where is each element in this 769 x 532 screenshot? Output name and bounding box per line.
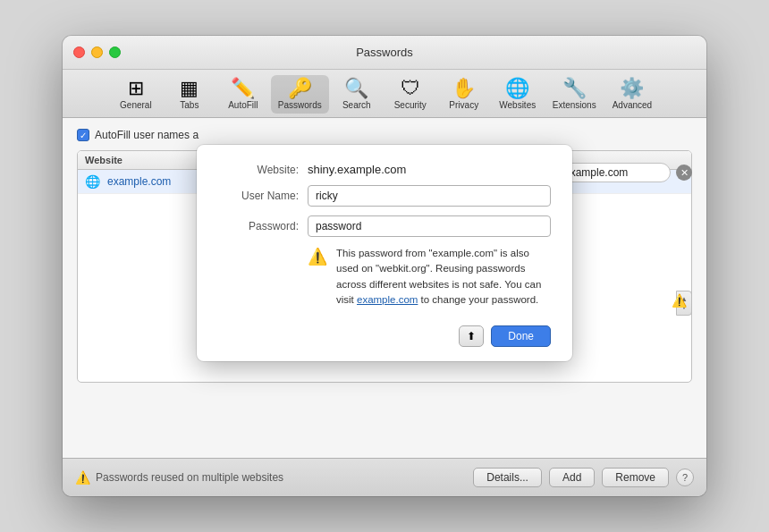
bottom-warning: ⚠️ Passwords reused on multiple websites xyxy=(75,470,466,485)
website-column-header: Website xyxy=(85,155,123,165)
privacy-icon: ✋ xyxy=(452,79,476,98)
privacy-label: Privacy xyxy=(449,100,478,110)
username-row: User Name: xyxy=(218,185,551,207)
search-label: Search xyxy=(342,100,371,110)
toolbar-item-general[interactable]: ⊞ General xyxy=(110,75,162,114)
security-icon: 🛡 xyxy=(401,79,420,98)
toolbar-item-extensions[interactable]: 🔧 Extensions xyxy=(545,75,604,114)
password-input[interactable] xyxy=(308,215,551,237)
row-warning-icon: ⚠️ xyxy=(672,293,687,308)
bottom-bar: ⚠️ Passwords reused on multiple websites… xyxy=(63,458,706,496)
window-title: Passwords xyxy=(356,46,413,59)
tabs-label: Tabs xyxy=(180,100,199,110)
username-input[interactable] xyxy=(308,185,551,207)
warning-message: This password from "example.com" is also… xyxy=(336,246,551,308)
search-icon: 🔍 xyxy=(344,79,368,98)
website-search-field[interactable] xyxy=(564,165,663,181)
toolbar-item-search[interactable]: 🔍 Search xyxy=(331,75,383,114)
maximize-button[interactable] xyxy=(109,46,121,58)
general-icon: ⊞ xyxy=(128,79,144,98)
passwords-icon: 🔑 xyxy=(288,79,312,98)
minimize-button[interactable] xyxy=(91,46,103,58)
details-button[interactable]: Details... xyxy=(473,468,542,487)
content-area: ✓ AutoFill user names a Website 🌐 exampl… xyxy=(63,118,706,458)
share-button[interactable]: ⬆ xyxy=(459,325,484,347)
autofill-text: AutoFill user names a xyxy=(95,129,199,141)
toolbar-item-websites[interactable]: 🌐 Websites xyxy=(492,75,544,114)
general-label: General xyxy=(120,100,152,110)
warning-link[interactable]: example.com xyxy=(357,294,418,305)
websites-icon: 🌐 xyxy=(505,79,529,98)
password-field-label: Password: xyxy=(218,220,308,232)
window-controls xyxy=(73,46,121,58)
password-detail-modal: Website: shiny.example.com User Name: Pa… xyxy=(197,145,572,361)
warning-icon: ⚠️ xyxy=(308,247,327,308)
passwords-label: Passwords xyxy=(278,100,322,110)
autofill-icon: ✏️ xyxy=(231,79,255,98)
close-button[interactable] xyxy=(73,46,85,58)
password-row: Password: xyxy=(218,215,551,237)
site-favicon: 🌐 xyxy=(85,174,100,189)
remove-button[interactable]: Remove xyxy=(602,468,669,487)
extensions-label: Extensions xyxy=(553,100,596,110)
extensions-icon: 🔧 xyxy=(562,79,587,98)
websites-label: Websites xyxy=(499,100,536,110)
share-icon: ⬆ xyxy=(467,330,476,342)
username-field-label: User Name: xyxy=(218,190,308,202)
website-field-value: shiny.example.com xyxy=(308,163,406,176)
toolbar: ⊞ General ▦ Tabs ✏️ AutoFill 🔑 Passwords… xyxy=(63,70,706,118)
security-label: Security xyxy=(394,100,427,110)
website-field-label: Website: xyxy=(218,164,308,176)
toolbar-item-autofill[interactable]: ✏️ AutoFill xyxy=(217,75,269,114)
clear-search-button[interactable]: ✕ xyxy=(676,165,692,181)
website-row: Website: shiny.example.com xyxy=(218,163,551,176)
main-window: Passwords ⊞ General ▦ Tabs ✏️ AutoFill 🔑… xyxy=(63,36,706,496)
toolbar-item-tabs[interactable]: ▦ Tabs xyxy=(164,75,215,114)
bottom-warning-text: Passwords reused on multiple websites xyxy=(96,471,283,484)
toolbar-item-privacy[interactable]: ✋ Privacy xyxy=(438,75,490,114)
done-button[interactable]: Done xyxy=(491,325,551,347)
advanced-icon: ⚙️ xyxy=(620,79,644,98)
toolbar-item-advanced[interactable]: ⚙️ Advanced xyxy=(605,75,659,114)
add-button[interactable]: Add xyxy=(549,468,595,487)
advanced-label: Advanced xyxy=(613,100,652,110)
toolbar-item-passwords[interactable]: 🔑 Passwords xyxy=(271,75,329,114)
autofill-label: AutoFill xyxy=(228,100,258,110)
help-button[interactable]: ? xyxy=(676,469,694,486)
titlebar: Passwords xyxy=(63,36,706,70)
autofill-row: ✓ AutoFill user names a xyxy=(77,129,692,141)
autofill-checkbox[interactable]: ✓ xyxy=(77,129,89,141)
site-name: example.com xyxy=(107,175,171,188)
modal-footer: ⬆ Done xyxy=(218,322,551,347)
bottom-warning-icon: ⚠️ xyxy=(75,470,90,485)
toolbar-item-security[interactable]: 🛡 Security xyxy=(384,75,436,114)
reuse-warning: ⚠️ This password from "example.com" is a… xyxy=(218,246,551,308)
tabs-icon: ▦ xyxy=(180,79,199,98)
